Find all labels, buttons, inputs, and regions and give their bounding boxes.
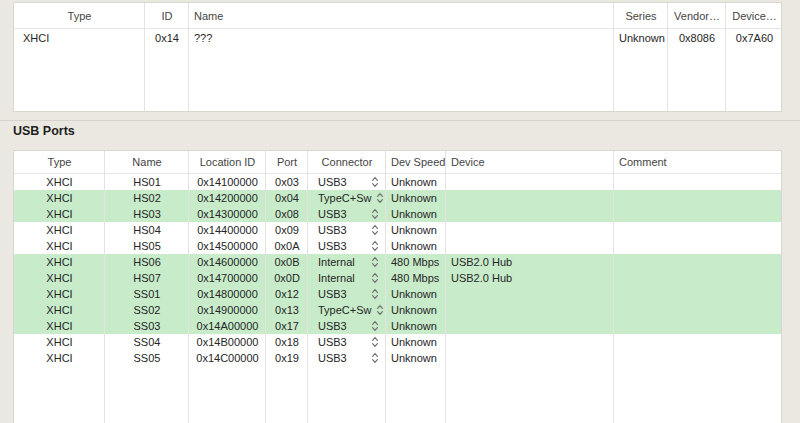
- connector-popup[interactable]: USB3: [308, 208, 386, 220]
- controllers-column-header-id[interactable]: ID: [145, 10, 189, 22]
- controllers-column-header-vendor[interactable]: Vendor…: [668, 10, 726, 22]
- connector-popup[interactable]: Internal: [308, 256, 386, 268]
- up-down-chevrons-icon: [371, 176, 379, 188]
- connector-popup-label: Internal: [318, 256, 355, 268]
- usb-cell-location-id: 0x14300000: [189, 208, 266, 220]
- usb-ports-header-row: TypeNameLocation IDPortConnectorDev Spee…: [14, 151, 781, 174]
- connector-popup-label: USB3: [318, 288, 347, 300]
- usb-cell-location-id: 0x14700000: [189, 272, 266, 284]
- connector-popup[interactable]: Internal: [308, 272, 386, 284]
- usb-cell-type: XHCI: [14, 176, 105, 188]
- connector-popup[interactable]: TypeC+Sw: [308, 192, 386, 204]
- usb-cell-type: XHCI: [14, 240, 105, 252]
- usb-cell-location-id: 0x14C00000: [189, 352, 266, 364]
- usb-ports-column-header-type[interactable]: Type: [14, 156, 105, 168]
- connector-popup[interactable]: USB3: [308, 320, 386, 332]
- usb-cell-port: 0x12: [266, 288, 308, 300]
- usb-cell-name: SS02: [105, 304, 189, 316]
- usb-port-row-hs06[interactable]: XHCIHS060x146000000x0BInternal480 MbpsUS…: [14, 254, 781, 270]
- connector-popup[interactable]: USB3: [308, 224, 386, 236]
- connector-popup[interactable]: TypeC+Sw: [308, 304, 386, 316]
- connector-popup-label: USB3: [318, 208, 347, 220]
- controllers-column-header-series[interactable]: Series: [614, 10, 668, 22]
- usb-controllers-table: TypeIDNameSeriesVendor…Device…XHCI0x14??…: [13, 2, 782, 112]
- usb-port-row-ss04[interactable]: XHCISS040x14B000000x18USB3Unknown: [14, 334, 781, 350]
- usb-cell-device: USB2.0 Hub: [446, 272, 614, 284]
- usb-cell-name: SS01: [105, 288, 189, 300]
- connector-popup-label: USB3: [318, 352, 347, 364]
- up-down-chevrons-icon: [376, 304, 384, 316]
- up-down-chevrons-icon: [371, 352, 379, 364]
- usb-ports-column-header-dev-speed[interactable]: Dev Speed: [386, 156, 446, 168]
- usb-cell-dev-speed: Unknown: [386, 192, 446, 204]
- usb-cell-name: HS02: [105, 192, 189, 204]
- usb-ports-column-header-location-id[interactable]: Location ID: [189, 156, 266, 168]
- usb-ports-section-title: USB Ports: [13, 124, 75, 138]
- usb-cell-dev-speed: 480 Mbps: [386, 256, 446, 268]
- controllers-table-row[interactable]: XHCI0x14???Unknown0x80860x7A60: [14, 29, 781, 47]
- usb-cell-name: HS04: [105, 224, 189, 236]
- usb-cell-type: XHCI: [14, 256, 105, 268]
- usb-ports-column-header-connector[interactable]: Connector: [308, 156, 386, 168]
- controllers-column-header-type[interactable]: Type: [14, 10, 145, 22]
- controllers-cell-type: XHCI: [14, 32, 145, 44]
- controllers-column-header-name[interactable]: Name: [189, 10, 614, 22]
- up-down-chevrons-icon: [371, 288, 379, 300]
- usb-port-row-ss05[interactable]: XHCISS050x14C000000x19USB3Unknown: [14, 350, 781, 366]
- usb-cell-port: 0x18: [266, 336, 308, 348]
- usb-cell-name: SS05: [105, 352, 189, 364]
- usb-cell-dev-speed: Unknown: [386, 336, 446, 348]
- usb-cell-name: HS06: [105, 256, 189, 268]
- up-down-chevrons-icon: [371, 224, 379, 236]
- usb-port-row-hs03[interactable]: XHCIHS030x143000000x08USB3Unknown: [14, 206, 781, 222]
- usb-ports-column-header-port[interactable]: Port: [266, 156, 308, 168]
- usb-cell-location-id: 0x14A00000: [189, 320, 266, 332]
- connector-popup-label: USB3: [318, 176, 347, 188]
- connector-popup[interactable]: USB3: [308, 352, 386, 364]
- usb-cell-name: HS01: [105, 176, 189, 188]
- usb-cell-type: XHCI: [14, 320, 105, 332]
- usb-ports-column-header-device[interactable]: Device: [446, 156, 614, 168]
- controllers-header-row: TypeIDNameSeriesVendor…Device…: [14, 3, 781, 29]
- connector-popup-label: TypeC+Sw: [318, 304, 372, 316]
- usb-cell-port: 0x19: [266, 352, 308, 364]
- connector-popup-label: TypeC+Sw: [318, 192, 372, 204]
- usb-ports-column-header-name[interactable]: Name: [105, 156, 189, 168]
- usb-ports-column-header-comment[interactable]: Comment: [614, 156, 782, 168]
- usb-cell-dev-speed: Unknown: [386, 288, 446, 300]
- usb-cell-type: XHCI: [14, 272, 105, 284]
- usb-cell-port: 0x09: [266, 224, 308, 236]
- usb-port-row-hs02[interactable]: XHCIHS020x142000000x04TypeC+SwUnknown: [14, 190, 781, 206]
- usb-cell-type: XHCI: [14, 224, 105, 236]
- usb-cell-type: XHCI: [14, 352, 105, 364]
- usb-port-row-hs04[interactable]: XHCIHS040x144000000x09USB3Unknown: [14, 222, 781, 238]
- usb-cell-port: 0x03: [266, 176, 308, 188]
- controllers-column-header-device[interactable]: Device…: [726, 10, 782, 22]
- up-down-chevrons-icon: [371, 208, 379, 220]
- connector-popup[interactable]: USB3: [308, 176, 386, 188]
- usb-cell-type: XHCI: [14, 208, 105, 220]
- connector-popup-label: USB3: [318, 224, 347, 236]
- up-down-chevrons-icon: [376, 192, 384, 204]
- usb-cell-name: HS05: [105, 240, 189, 252]
- controllers-cell-series: Unknown: [614, 32, 668, 44]
- connector-popup[interactable]: USB3: [308, 336, 386, 348]
- usb-port-row-hs01[interactable]: XHCIHS010x141000000x03USB3Unknown: [14, 174, 781, 190]
- usb-cell-dev-speed: Unknown: [386, 352, 446, 364]
- controllers-cell-id: 0x14: [145, 32, 189, 44]
- usb-port-row-ss03[interactable]: XHCISS030x14A000000x17USB3Unknown: [14, 318, 781, 334]
- connector-popup-label: USB3: [318, 240, 347, 252]
- usb-port-row-hs05[interactable]: XHCIHS050x145000000x0AUSB3Unknown: [14, 238, 781, 254]
- usb-cell-port: 0x0A: [266, 240, 308, 252]
- usb-cell-location-id: 0x14500000: [189, 240, 266, 252]
- connector-popup[interactable]: USB3: [308, 288, 386, 300]
- usb-port-row-ss01[interactable]: XHCISS010x148000000x12USB3Unknown: [14, 286, 781, 302]
- usb-port-row-ss02[interactable]: XHCISS020x149000000x13TypeC+SwUnknown: [14, 302, 781, 318]
- usb-port-row-hs07[interactable]: XHCIHS070x147000000x0DInternal480 MbpsUS…: [14, 270, 781, 286]
- usb-cell-type: XHCI: [14, 336, 105, 348]
- usb-cell-location-id: 0x14B00000: [189, 336, 266, 348]
- connector-popup[interactable]: USB3: [308, 240, 386, 252]
- controllers-cell-device: 0x7A60: [726, 32, 782, 44]
- up-down-chevrons-icon: [371, 256, 379, 268]
- usb-cell-dev-speed: Unknown: [386, 240, 446, 252]
